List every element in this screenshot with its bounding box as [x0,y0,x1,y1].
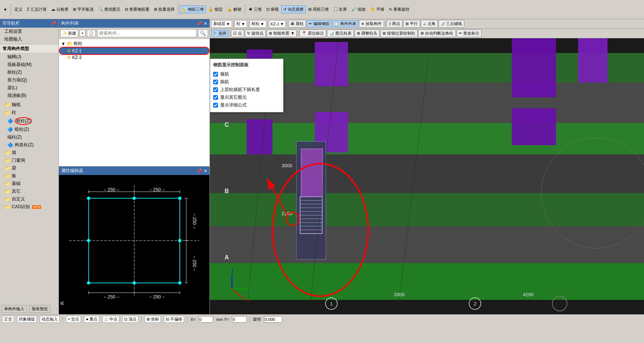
smart-layout-btn[interactable]: ⊞ 智能布置 ▼ [267,29,297,37]
define-btn[interactable]: 定义 [13,6,24,13]
popup-item-show-formula[interactable]: 显示详细公式 [213,101,280,109]
sidebar-item-anzhu[interactable]: 🔷 暗柱(Z) [0,126,59,133]
rotate-point-btn[interactable]: ↻ 旋转点 [245,29,266,37]
sidebar-item-beam-folder[interactable]: 📁 梁 [0,164,59,172]
report-preview-btn[interactable]: 报表预览 [29,305,50,313]
y-input[interactable] [232,316,247,323]
name-dropdown[interactable]: KZ-1 ▼ [269,20,286,28]
x-input[interactable] [198,316,213,323]
zoom-btn[interactable]: 🔎 缩放 [349,6,367,13]
sidebar-item-wall-folder[interactable]: 📁 墙 [0,149,59,157]
upper-insert-checkbox[interactable] [213,87,218,92]
sidebar-item-custom[interactable]: 📁 自定义 [0,195,59,203]
search-btn[interactable]: 🔍 [198,29,208,37]
local-3d-btn[interactable]: ⊞ 局部三维 [306,6,331,13]
three-point-btn[interactable]: ⊿ 三点辅线 [439,20,464,28]
sidebar-item-drawing-input[interactable]: 绘图输入 [0,35,59,43]
popup-item-stirrup[interactable]: 箍筋 [213,70,280,78]
vertex-btn[interactable]: ⊡ 顶点 [122,316,138,323]
sidebar-item-raft[interactable]: 筏板基础(M) [0,61,59,69]
check-mark-btn[interactable]: ✏ 查改标注 [457,29,482,37]
tree-item-kuangzhu-folder[interactable]: ▼ 📁 框柱 [60,40,209,48]
unlock-btn[interactable]: 🔓 解锁 [225,6,243,13]
search-input[interactable] [97,29,197,37]
find-element-btn[interactable]: 🔍 查找图元 [96,6,122,13]
sidebar-item-kuangzhu[interactable]: 🔷 框柱(Z) [0,116,59,126]
property-pin-icon[interactable]: 📌 [197,168,202,174]
sidebar-item-col-folder[interactable]: 📁 柱 [0,109,59,116]
adjust-col-head-btn[interactable]: ⊞ 调整柱头 [355,29,380,37]
3d-btn[interactable]: ◈ 三维 [247,6,264,13]
sidebar-item-door-window[interactable]: 📁 门窗洞 [0,157,59,164]
property-close-icon[interactable]: ✕ [204,168,207,174]
batch-select-btn[interactable]: ⊞ 批量选择 [152,6,176,13]
rotation-input[interactable] [264,316,282,323]
auto-corner-btn[interactable]: ⊞ 自动判断边角柱 [418,29,455,37]
components-pin-icon[interactable]: 📌 [197,21,202,26]
orthogonal-btn[interactable]: 正交 [2,316,14,323]
sum-calc-btn[interactable]: Σ 汇总计算 [25,6,49,13]
edit-rebar-btn[interactable]: ✏ 编辑钢筋 [307,20,331,27]
element-dropdown[interactable]: 柱 ▼ [235,20,247,28]
viewport[interactable]: 基础层 ▼ 柱 ▼ 框柱 ▼ KZ-1 ▼ 🏛 屋柱 ✏ 编辑钢筋 📋 构件列表 [210,19,644,314]
sidebar-item-duanzhu[interactable]: 端柱(Z) [0,133,59,141]
top-view-btn[interactable]: ⊡ 俯视 [264,6,281,13]
sidebar-item-beam[interactable]: 梁(L) [0,84,59,92]
sidebar-item-axis[interactable]: 📁 轴线 [0,101,59,109]
point-btn[interactable]: ☑ 点 [231,29,244,37]
components-close-icon[interactable]: ✕ [204,21,207,26]
component-list-btn[interactable]: 📋 构件列表 [332,20,358,27]
layer-dropdown[interactable]: 基础层 ▼ [211,20,232,28]
sidebar-pin-icon[interactable]: 📌 [51,21,56,26]
show-formula-checkbox[interactable] [213,103,218,108]
sidebar-item-project-setup[interactable]: 工程设置 [0,28,59,35]
screen-rotate-btn[interactable]: ↻ 屏幕旋转 [387,6,411,13]
coordinate-btn[interactable]: ⊞ 坐标 [145,316,161,323]
copy-component-btn[interactable]: 📋 [87,30,96,37]
sidebar-item-shear-wall[interactable]: 剪力墙(Q) [0,76,59,84]
intersection-btn[interactable]: × 交点 [66,316,81,323]
dynamic-input-btn[interactable]: 动态输入 [40,316,60,323]
parallel-btn[interactable]: ⊞ 平行 [403,20,420,28]
delete-component-btn[interactable]: × [80,30,85,36]
sidebar-item-common-types[interactable]: 常用构件类型 [0,45,59,53]
insert-checkbox[interactable] [213,80,218,84]
origin-mark-btn[interactable]: 📍 原位标注 [299,29,326,37]
sidebar-item-slab-folder[interactable]: 📁 板 [0,172,59,180]
select-btn[interactable]: ▷ 选择 [211,30,228,37]
tree-item-kz1[interactable]: ⚙ KZ-1 [60,48,209,54]
stirrup-checkbox[interactable] [213,72,218,77]
pick-component-btn[interactable]: ⊕ 拾取构件 [359,20,384,28]
two-point-btn[interactable]: ∥ 两点 [387,20,402,28]
sidebar-item-foundation[interactable]: 📁 基础 [0,180,59,188]
pan-btn[interactable]: ✋ 平移 [368,6,386,13]
sidebar-item-frame-col[interactable]: 框柱(Z) [0,69,59,76]
fullscreen-btn[interactable]: ⛶ 全屏 [332,6,349,13]
sidebar-item-gouzao[interactable]: 🔷 构造柱(Z) [0,141,59,149]
object-snap-btn[interactable]: 对象捕捉 [17,316,37,323]
element-table-btn[interactable]: 📊 图元柱表 [327,29,354,37]
center-btn[interactable]: ● 重点 [84,316,99,323]
sidebar-item-others[interactable]: 📁 其它 [0,188,59,195]
draw-by-wall-btn[interactable]: ⊞ 按墙位置绘制柱 [380,29,418,37]
popup-item-show-others[interactable]: 显示其它图元 [213,94,280,101]
sidebar-item-cast-slab[interactable]: 现浇板(B) [0,92,59,99]
component-dropdown[interactable]: 框柱 ▼ [250,20,266,28]
point-angle-btn[interactable]: ∠ 点角 [421,20,438,28]
roof-col-btn[interactable]: 🏛 屋柱 [288,20,306,28]
sidebar-item-cad[interactable]: 📁 CAD识别 NEW [0,203,59,211]
level-top-btn[interactable]: ⊞ 平齐板顶 [71,6,95,13]
dynamic-observe-btn[interactable]: ↺ 动态观察 [281,6,306,13]
single-component-btn[interactable]: 单构件输入 [1,305,27,313]
show-others-checkbox[interactable] [213,95,218,100]
midpoint-btn[interactable]: △ 中点 [102,316,119,323]
new-component-btn[interactable]: ✨ 新建 [60,29,78,37]
popup-item-insert[interactable]: 插筋 [213,78,280,86]
rebar-3d-btn[interactable]: 📐 钢筋三维 [180,6,206,13]
sidebar-item-gridnet[interactable]: 轴网(J) [0,53,59,61]
tree-item-kz2[interactable]: ⚙ KZ-2 [60,54,209,61]
cloud-check-btn[interactable]: ☁ 云检查 [49,6,70,13]
no-offset-btn[interactable]: ⊟ 不偏移 [164,316,184,323]
quick-access[interactable]: ▼ [1,6,9,13]
lock-btn[interactable]: 🔒 锁定 [207,6,225,13]
